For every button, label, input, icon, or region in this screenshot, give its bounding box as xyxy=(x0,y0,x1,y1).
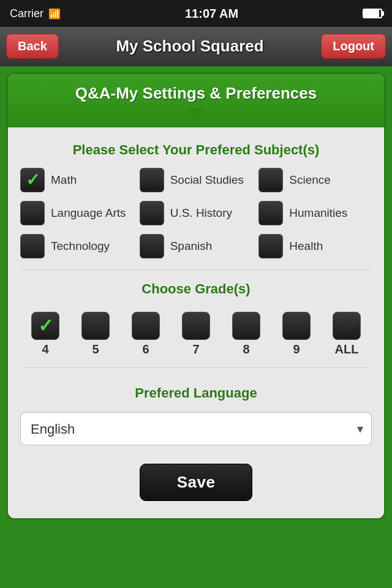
grade-checkbox-5[interactable] xyxy=(81,312,110,340)
grade-label-5: 5 xyxy=(92,342,99,356)
grade-checkbox-4[interactable] xyxy=(31,312,59,340)
grade-item-8: 8 xyxy=(232,312,260,356)
subject-item-us-history: U.S. History xyxy=(140,201,253,225)
subject-item-social-studies: Social Studies xyxy=(140,168,253,192)
grade-label-4: 4 xyxy=(42,342,48,356)
grade-item-all: ALL xyxy=(333,312,361,356)
grade-item-7: 7 xyxy=(182,312,210,356)
grade-item-6: 6 xyxy=(132,312,160,356)
subject-checkbox-language-arts[interactable] xyxy=(20,201,45,225)
grade-checkbox-7[interactable] xyxy=(182,312,210,340)
subject-label-math: Math xyxy=(51,173,77,187)
subject-label-spanish: Spanish xyxy=(170,239,213,253)
save-section: Save xyxy=(20,454,372,506)
logout-button[interactable]: Logout xyxy=(321,34,386,59)
divider-2 xyxy=(20,368,372,368)
subject-checkbox-science[interactable] xyxy=(258,168,283,192)
subject-label-health: Health xyxy=(289,239,323,253)
subject-section-title: Please Select Your Prefered Subject(s) xyxy=(20,134,372,164)
language-dropdown-wrapper: English Spanish French German ▾ xyxy=(20,412,372,445)
subject-checkbox-social-studies[interactable] xyxy=(140,168,164,192)
grade-label-8: 8 xyxy=(243,342,249,356)
subject-item-language-arts: Language Arts xyxy=(20,201,134,225)
subject-label-science: Science xyxy=(289,173,331,187)
subject-item-humanities: Humanities xyxy=(258,201,372,225)
grade-label-all: ALL xyxy=(335,342,359,356)
subject-checkbox-math[interactable] xyxy=(20,168,45,192)
main-content-card: Q&A-My Settings & Preferences Please Sel… xyxy=(6,72,386,520)
wifi-icon: 📶 xyxy=(48,8,61,20)
language-section-title: Prefered Language xyxy=(20,377,372,407)
grade-item-4: 4 xyxy=(31,312,59,356)
language-select[interactable]: English Spanish French German xyxy=(20,412,372,445)
subject-checkbox-technology[interactable] xyxy=(20,234,45,258)
section-header: Q&A-My Settings & Preferences xyxy=(8,74,384,127)
subject-label-us-history: U.S. History xyxy=(170,206,232,220)
status-left: Carrier 📶 xyxy=(10,7,61,20)
carrier-label: Carrier xyxy=(10,7,43,20)
battery-icon xyxy=(363,9,382,18)
grade-item-5: 5 xyxy=(81,312,110,356)
grade-checkbox-all[interactable] xyxy=(333,312,361,340)
subject-item-health: Health xyxy=(258,234,372,258)
subject-checkbox-humanities[interactable] xyxy=(258,201,283,225)
subject-item-spanish: Spanish xyxy=(140,234,253,258)
grade-section-title: Choose Grade(s) xyxy=(20,273,372,303)
language-section: Prefered Language English Spanish French… xyxy=(20,371,372,454)
subject-checkbox-spanish[interactable] xyxy=(140,234,164,258)
divider-1 xyxy=(20,270,372,270)
grade-checkbox-8[interactable] xyxy=(232,312,260,340)
subject-label-social-studies: Social Studies xyxy=(170,173,244,187)
grade-item-9: 9 xyxy=(282,312,311,356)
subject-label-language-arts: Language Arts xyxy=(51,206,126,220)
grade-grid: 4 5 6 7 8 9 AL xyxy=(20,303,372,365)
back-button[interactable]: Back xyxy=(6,34,59,59)
subject-item-science: Science xyxy=(258,168,372,192)
grade-label-6: 6 xyxy=(142,342,149,356)
app-title: My School Squared xyxy=(116,37,263,56)
subject-checkbox-health[interactable] xyxy=(258,234,283,258)
grade-checkbox-9[interactable] xyxy=(282,312,311,340)
nav-bar: Back My School Squared Logout xyxy=(0,27,392,66)
inner-content: Please Select Your Prefered Subject(s) M… xyxy=(8,127,384,518)
grade-label-9: 9 xyxy=(293,342,300,356)
subject-label-technology: Technology xyxy=(51,239,110,253)
subject-item-math: Math xyxy=(20,168,134,192)
subject-item-technology: Technology xyxy=(20,234,134,258)
status-bar: Carrier 📶 11:07 AM xyxy=(0,0,392,27)
section-title: Q&A-My Settings & Preferences xyxy=(75,84,317,102)
subject-checkbox-us-history[interactable] xyxy=(140,201,164,225)
save-button[interactable]: Save xyxy=(140,464,253,501)
time-label: 11:07 AM xyxy=(185,7,238,21)
subject-grid: Math Social Studies Science Language Art… xyxy=(20,164,372,267)
subject-label-humanities: Humanities xyxy=(289,206,347,220)
grade-checkbox-6[interactable] xyxy=(132,312,160,340)
grade-label-7: 7 xyxy=(192,342,199,356)
